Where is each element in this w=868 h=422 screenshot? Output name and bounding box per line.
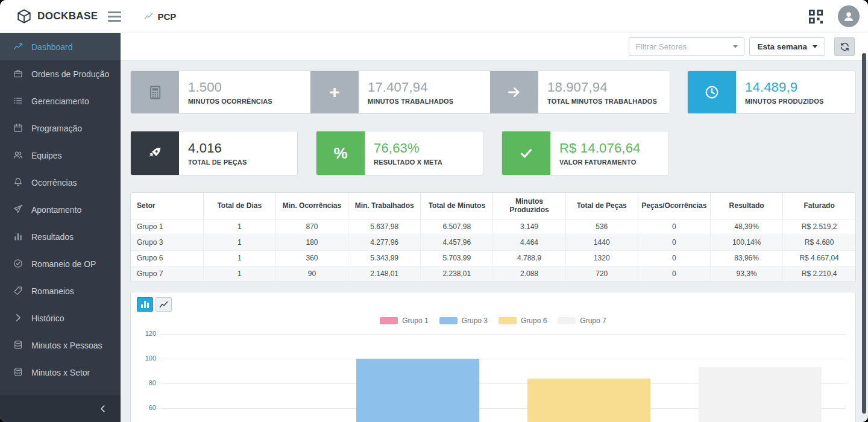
table-row: Grupo 613605.343,995.703,994.788,9132008… xyxy=(131,250,855,266)
sidebar-item-romaneio-de-op[interactable]: Romaneio de OP xyxy=(0,250,121,277)
table-cell: 1 xyxy=(203,266,275,282)
sidebar-item-apontamento[interactable]: Apontamento xyxy=(0,196,121,223)
table-cell: 720 xyxy=(565,266,638,282)
stat-value: 17.407,94 xyxy=(368,80,453,95)
sidebar-item-label: Romaneio de OP xyxy=(31,259,96,269)
toolbar: Filtrar Setores Esta semana xyxy=(121,33,868,61)
table-cell: 2.088 xyxy=(493,266,565,282)
table-cell: 0 xyxy=(638,219,710,235)
column-header-min-ocorrencias: Min. Ocorrências xyxy=(275,193,348,219)
billing-value-card: R$ 14.076,64 VALOR FATURAMENTO xyxy=(502,131,669,175)
legend-swatch xyxy=(380,317,398,324)
sidebar-item-label: Dashboard xyxy=(31,42,73,52)
sidebar-item-label: Apontamento xyxy=(31,205,81,215)
stat-label: MINUTOS PRODUZIDOS xyxy=(745,98,824,105)
calendar-icon xyxy=(13,123,24,133)
legend-item-grupo-1[interactable]: Grupo 1 xyxy=(380,316,428,325)
legend-label: Grupo 1 xyxy=(402,316,428,325)
table-cell: Grupo 1 xyxy=(131,219,203,235)
stat-value: 76,63% xyxy=(374,140,442,156)
sidebar-item-minutos-x-pessoas[interactable]: Minutos x Pessoas xyxy=(0,332,121,359)
filter-placeholder: Filtrar Setores xyxy=(635,42,733,51)
stat-value: 1.500 xyxy=(188,80,272,95)
sidebar-item-label: Minutos x Pessoas xyxy=(31,341,102,350)
table-cell: 870 xyxy=(275,219,348,235)
brand-name: DOCKBASE xyxy=(37,10,98,22)
column-header-minutos-produzidos: Minutos Produzidos xyxy=(493,193,565,219)
chart-line-icon xyxy=(144,12,153,21)
line-chart-icon xyxy=(159,300,168,309)
column-header-resultado: Resultado xyxy=(711,193,783,219)
sidebar-item-programacao[interactable]: Programação xyxy=(0,115,121,142)
legend-label: Grupo 7 xyxy=(580,316,606,325)
legend-swatch xyxy=(498,317,517,324)
bar-grupo-7[interactable] xyxy=(699,367,822,422)
check-circle-icon xyxy=(13,259,24,269)
table-cell: 1320 xyxy=(565,250,638,266)
legend-item-grupo-6[interactable]: Grupo 6 xyxy=(498,316,547,325)
table-cell: R$ 2.519,2 xyxy=(783,219,855,235)
stat-label: TOTAL MINUTOS TRABALHADOS xyxy=(547,98,657,105)
line-chart-view-button[interactable] xyxy=(156,297,172,312)
table-cell: 93,3% xyxy=(711,266,783,282)
stat-value: 4.016 xyxy=(188,140,247,156)
vertical-scrollbar[interactable] xyxy=(862,53,866,414)
sidebar-item-gerenciamento[interactable]: Gerenciamento xyxy=(0,87,121,115)
chevron-right-icon xyxy=(13,313,24,323)
collapse-sidebar-button[interactable] xyxy=(99,405,107,413)
bar-chart-view-button[interactable] xyxy=(137,297,153,312)
column-header-setor: Setor xyxy=(131,193,203,219)
gridline xyxy=(161,359,846,359)
sidebar-toggle-button[interactable] xyxy=(108,9,121,24)
stat-label: MINUTOS OCORRÊNCIAS xyxy=(188,98,272,105)
period-dropdown-button[interactable]: Esta semana xyxy=(749,37,825,56)
table-cell: R$ 2.210,4 xyxy=(783,266,855,282)
bell-icon xyxy=(13,177,24,187)
sectors-table-card: SetorTotal de DiasMin. OcorrênciasMin. T… xyxy=(130,192,856,282)
bar-chart-icon xyxy=(141,301,149,308)
refresh-icon xyxy=(840,42,850,52)
bar-grupo-3[interactable] xyxy=(356,359,479,422)
sidebar-item-dashboard[interactable]: Dashboard xyxy=(0,33,121,60)
y-axis-label: 60 xyxy=(137,404,156,411)
table-cell: 2.148,01 xyxy=(348,266,421,282)
sidebar-item-minutos-x-setor[interactable]: Minutos x Setor xyxy=(0,359,121,386)
stat-minutes-worked: + 17.407,94 MINUTOS TRABALHADOS xyxy=(310,71,490,113)
legend-item-grupo-7[interactable]: Grupo 7 xyxy=(558,316,606,325)
users-icon xyxy=(13,150,24,160)
user-avatar[interactable] xyxy=(838,5,860,27)
sidebar-item-equipes[interactable]: Equipes xyxy=(0,142,121,169)
table-cell: 100,14% xyxy=(711,235,783,250)
table-cell: 48,39% xyxy=(711,219,783,235)
sectors-table: SetorTotal de DiasMin. OcorrênciasMin. T… xyxy=(131,193,855,282)
table-row: Grupo 71902.148,012.238,012.088720093,3%… xyxy=(131,266,855,282)
table-cell: 0 xyxy=(638,250,710,266)
bar-grupo-6[interactable] xyxy=(527,379,650,422)
column-header-min-trabalhados: Min. Trabalhados xyxy=(348,193,421,219)
table-cell: 4.464 xyxy=(493,235,565,250)
stat-label: MINUTOS TRABALHADOS xyxy=(368,98,453,105)
sidebar: DashboardOrdens de ProduçãoGerenciamento… xyxy=(0,33,121,422)
chart-view-toggles xyxy=(137,297,849,312)
table-cell: 0 xyxy=(638,266,710,282)
stat-value: R$ 14.076,64 xyxy=(559,140,641,156)
main-content: Filtrar Setores Esta semana xyxy=(121,33,868,422)
qr-code-icon[interactable] xyxy=(807,8,825,25)
minutes-summary-card: 1.500 MINUTOS OCORRÊNCIAS + 17.407,94 MI… xyxy=(130,71,670,114)
sidebar-item-resultados[interactable]: Resultados xyxy=(0,223,121,250)
refresh-button[interactable] xyxy=(834,37,855,56)
table-cell: 4.788,9 xyxy=(493,250,565,266)
stat-value: 14.489,9 xyxy=(745,80,824,95)
table-cell: 180 xyxy=(275,235,348,250)
sidebar-item-historico[interactable]: Histórico xyxy=(0,304,121,332)
legend-label: Grupo 6 xyxy=(521,316,547,325)
legend-item-grupo-3[interactable]: Grupo 3 xyxy=(439,316,488,325)
table-cell: 4.277,96 xyxy=(348,235,421,250)
breadcrumb: PCP xyxy=(144,11,177,22)
sidebar-item-romaneios[interactable]: Romaneios xyxy=(0,277,121,304)
sidebar-item-ordens-de-producao[interactable]: Ordens de Produção xyxy=(0,60,121,87)
sidebar-item-ocorrencias[interactable]: Ocorrências xyxy=(0,169,121,196)
table-row: Grupo 311804.277,964.457,964.46414400100… xyxy=(131,235,855,250)
brand-logo[interactable]: DOCKBASE xyxy=(0,8,98,24)
filter-sectors-select[interactable]: Filtrar Setores xyxy=(629,37,744,56)
